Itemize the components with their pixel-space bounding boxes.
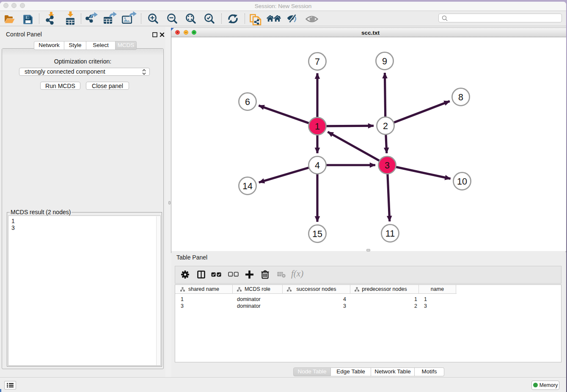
svg-text:3: 3 [385, 160, 390, 171]
svg-text:2: 2 [383, 121, 388, 131]
svg-text:9: 9 [382, 56, 387, 66]
svg-text:4: 4 [315, 160, 320, 171]
svg-text:14: 14 [242, 181, 253, 191]
svg-text:8: 8 [458, 92, 463, 102]
svg-text:6: 6 [245, 97, 250, 107]
svg-text:10: 10 [457, 177, 467, 187]
svg-text:7: 7 [315, 57, 320, 67]
svg-text:1: 1 [315, 121, 320, 132]
svg-text:15: 15 [312, 229, 322, 239]
svg-text:11: 11 [385, 229, 395, 239]
